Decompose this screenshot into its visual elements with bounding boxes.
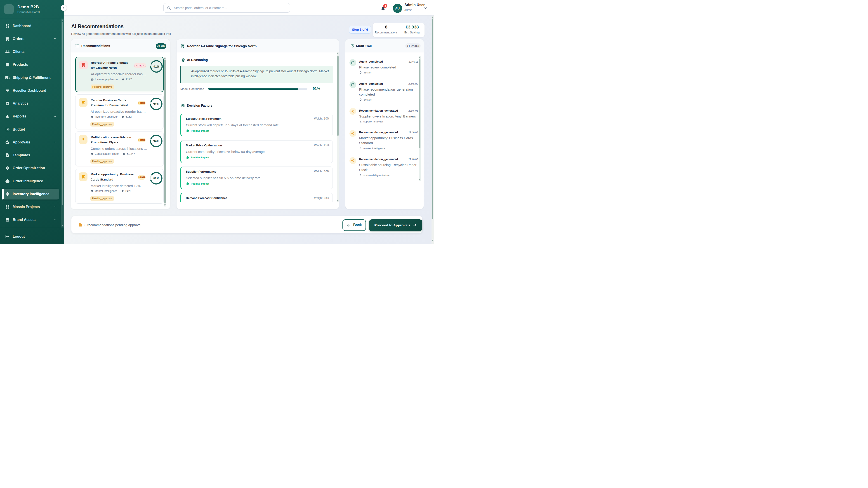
svg-text:91%: 91% xyxy=(153,65,159,68)
svg-text:91%: 91% xyxy=(153,102,159,106)
svg-text:94%: 94% xyxy=(153,139,159,143)
svg-text:82%: 82% xyxy=(153,176,159,180)
